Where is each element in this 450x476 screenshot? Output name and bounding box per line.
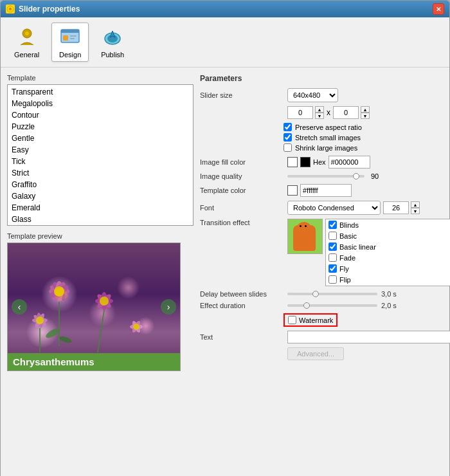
list-item[interactable]: Megalopolis (8, 98, 193, 109)
font-size-up[interactable]: ▲ (411, 201, 420, 208)
fox-eye-left (300, 225, 302, 227)
effect-row: Effect duration 2,0 s (200, 302, 450, 309)
basic-linear-checkbox[interactable] (328, 243, 337, 251)
preview-image (8, 243, 180, 371)
list-item[interactable]: Transparent (8, 86, 193, 98)
template-color-input[interactable] (300, 184, 352, 197)
list-item[interactable]: Tick (8, 156, 193, 167)
preserve-aspect-checkbox[interactable] (284, 123, 292, 131)
advanced-button[interactable]: Advanced... (287, 347, 344, 360)
transition-list[interactable]: Blinds Basic Basic linear (325, 219, 450, 286)
tab-publish[interactable]: Publish (94, 23, 131, 62)
dimensions-control: ▲ ▼ x ▲ ▼ (287, 106, 450, 119)
blinds-checkbox[interactable] (328, 221, 337, 229)
image-fill-label: Image fill color (200, 158, 284, 166)
list-item[interactable]: Graffito (8, 179, 193, 190)
transition-item[interactable]: Fly (326, 263, 450, 274)
slider-size-label: Slider size (200, 91, 284, 99)
quality-slider-thumb[interactable] (353, 173, 359, 179)
flip-checkbox[interactable] (328, 275, 337, 284)
template-section-label: Template (7, 74, 194, 82)
transition-item[interactable]: Blinds (326, 219, 450, 230)
text-row: Text (200, 331, 450, 343)
delay-value: 3,0 s (381, 290, 397, 298)
height-input[interactable] (333, 106, 359, 119)
list-item[interactable]: Strict (8, 167, 193, 179)
height-up-btn[interactable]: ▲ (361, 106, 370, 113)
effect-value: 2,0 s (381, 302, 397, 309)
flowers-svg (8, 243, 181, 371)
fill-color-black[interactable] (300, 157, 310, 167)
font-size-btns: ▲ ▼ (411, 201, 420, 214)
transition-item[interactable]: Basic (326, 230, 450, 241)
preview-section-label: Template preview (7, 232, 194, 240)
list-item[interactable]: Contour (8, 109, 193, 121)
height-down-btn[interactable]: ▼ (361, 113, 370, 119)
svg-point-1 (9, 8, 12, 10)
transition-item[interactable]: Fade (326, 252, 450, 263)
list-item[interactable]: Galaxy (8, 190, 193, 202)
shrink-large-checkbox[interactable] (284, 143, 292, 152)
tab-general[interactable]: General (7, 23, 46, 62)
text-input[interactable] (287, 331, 450, 343)
width-input[interactable] (287, 106, 313, 119)
width-up-btn[interactable]: ▲ (315, 106, 324, 113)
advanced-row: Advanced... (200, 347, 450, 360)
preview-nav-right[interactable]: › (161, 299, 176, 315)
close-button[interactable]: ✕ (433, 3, 444, 15)
right-panel: Parameters Slider size 640x480 800x600 1… (200, 74, 450, 476)
fade-label: Fade (339, 254, 356, 262)
stretch-small-label: Stretch small images (295, 134, 361, 142)
font-label: Font (200, 204, 284, 212)
fly-checkbox[interactable] (328, 264, 337, 273)
watermark-label: Watermark (299, 316, 333, 324)
effect-thumb[interactable] (303, 302, 310, 309)
list-item[interactable]: Gentle (8, 133, 193, 144)
preserve-aspect-row: Preserve aspect ratio (284, 123, 450, 131)
preview-nav-left[interactable]: ‹ (12, 299, 27, 315)
font-size-down[interactable]: ▼ (411, 208, 420, 214)
svg-point-32 (133, 324, 140, 330)
slider-size-row: Slider size 640x480 800x600 1024x768 Cus… (200, 88, 450, 102)
shrink-large-label: Shrink large images (295, 144, 357, 152)
toolbar: General Design (1, 17, 449, 68)
quality-slider-track[interactable] (287, 175, 364, 178)
transition-item[interactable]: Basic linear (326, 241, 450, 252)
stretch-small-checkbox[interactable] (284, 133, 292, 142)
list-item[interactable]: Puzzle (8, 121, 193, 133)
template-color-swatch[interactable] (287, 185, 298, 196)
image-quality-control: 90 (287, 172, 450, 180)
list-item[interactable]: Glass (8, 214, 193, 225)
x-separator: x (327, 108, 330, 117)
preserve-aspect-label: Preserve aspect ratio (295, 124, 362, 131)
fade-checkbox[interactable] (328, 253, 337, 262)
dimensions-row: ▲ ▼ x ▲ ▼ (200, 106, 450, 119)
list-item[interactable]: Emerald (8, 202, 193, 214)
font-row: Font Roboto Condensed Arial Verdana ▲ ▼ (200, 201, 450, 215)
transition-label: Transition effect (200, 219, 284, 226)
fox-head (297, 222, 311, 233)
font-dropdown[interactable]: Roboto Condensed Arial Verdana (287, 201, 381, 215)
transition-item[interactable]: Flip (326, 274, 450, 285)
slider-size-dropdown[interactable]: 640x480 800x600 1024x768 Custom (287, 88, 338, 102)
general-icon (15, 26, 39, 49)
fly-label: Fly (339, 265, 349, 273)
delay-thumb[interactable] (312, 291, 319, 297)
image-fill-control: Hex (287, 156, 450, 169)
hex-input[interactable] (328, 156, 370, 169)
font-size-input[interactable] (383, 201, 409, 214)
height-spinner-btns: ▲ ▼ (361, 106, 370, 119)
list-item[interactable]: Easy (8, 144, 193, 156)
basic-label: Basic (339, 232, 357, 240)
fill-color-transparent[interactable] (287, 157, 298, 167)
watermark-checkbox[interactable] (288, 316, 296, 324)
template-list[interactable]: Transparent Megalopolis Contour Puzzle G… (7, 84, 194, 226)
width-down-btn[interactable]: ▼ (315, 113, 324, 119)
left-panel: Template Transparent Megalopolis Contour… (7, 74, 194, 476)
basic-checkbox[interactable] (328, 232, 337, 240)
height-spinner: ▲ ▼ (333, 106, 370, 119)
effect-slider[interactable] (287, 304, 377, 307)
template-color-label: Template color (200, 187, 284, 194)
tab-design[interactable]: Design (51, 23, 89, 62)
delay-slider[interactable] (287, 293, 377, 295)
